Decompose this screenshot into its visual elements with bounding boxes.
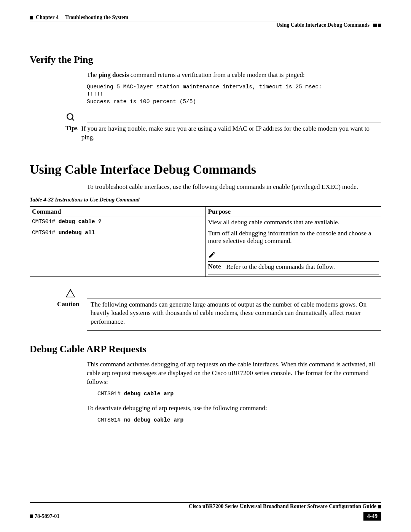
svg-marker-2 — [66, 289, 75, 297]
chapter-title: Troubleshooting the System — [65, 14, 128, 20]
paragraph: To troubleshoot cable interfaces, use th… — [87, 183, 381, 192]
tip-admonition: Tips If you are having trouble, make sur… — [65, 112, 381, 146]
tip-label: Tips — [65, 125, 81, 132]
code-output: Queueing 5 MAC-layer station maintenance… — [87, 83, 381, 106]
col-header-command: Command — [30, 206, 206, 217]
guide-title: Cisco uBR7200 Series Universal Broadband… — [189, 503, 376, 510]
table-header-row: Command Purpose — [30, 206, 381, 217]
timesaver-icon — [65, 112, 87, 122]
command-text: debug cable ? — [59, 219, 102, 225]
paragraph: This command activates debugging of arp … — [87, 360, 381, 387]
running-header: Chapter 4 Troubleshooting the System — [30, 14, 381, 21]
doc-number: 78-5897-01 — [35, 513, 59, 519]
section-heading-debug-commands: Using Cable Interface Debug Commands — [30, 162, 381, 177]
inline-command: ping docsis — [99, 71, 129, 78]
pencil-icon — [208, 251, 379, 260]
note-label: Note — [208, 263, 226, 271]
caution-admonition: Caution The following commands can gener… — [57, 289, 381, 331]
section-heading-debug-arp: Debug Cable ARP Requests — [30, 343, 381, 355]
note-text: Refer to the debug commands that follow. — [226, 263, 379, 271]
purpose-cell: Turn off all debugging information to th… — [206, 228, 381, 277]
table-caption: Table 4-32 Instructions to Use Debug Com… — [30, 197, 381, 203]
page-number: 4-49 — [363, 512, 382, 521]
prompt: CMTS01# — [32, 219, 59, 225]
tip-text: If you are having trouble, make sure you… — [81, 125, 381, 142]
prompt: CMTS01# — [32, 230, 59, 236]
table-row: CMTS01# undebug all Turn off all debuggi… — [30, 228, 381, 277]
note-admonition: Note Refer to the debug commands that fo… — [208, 251, 379, 275]
footer-square-icon — [30, 514, 33, 518]
chapter-prefix: Chapter 4 — [36, 14, 59, 20]
footer-square-icon — [378, 505, 381, 508]
running-subheader: Using Cable Interface Debug Commands — [30, 21, 381, 28]
subheader-square-icon — [378, 24, 381, 27]
paragraph: To deactivate debugging of arp requests,… — [87, 404, 381, 413]
table-row: CMTS01# debug cable ? View all debug cab… — [30, 217, 381, 228]
caution-label: Caution — [57, 300, 91, 308]
svg-point-0 — [67, 113, 73, 119]
header-square-icon — [30, 16, 33, 19]
debug-command-table: Command Purpose CMTS01# debug cable ? Vi… — [30, 206, 381, 277]
section-heading-verify-ping: Verify the Ping — [30, 54, 381, 66]
page-footer: Cisco uBR7200 Series Universal Broadband… — [30, 502, 381, 521]
paragraph: The ping docsis command returns a verifi… — [87, 71, 381, 80]
code-command: CMTS01# debug cable arp — [97, 390, 381, 398]
caution-text: The following commands can generate larg… — [91, 300, 381, 327]
svg-line-1 — [72, 118, 74, 120]
col-header-purpose: Purpose — [206, 206, 381, 217]
caution-icon — [65, 289, 87, 298]
subheader-square-icon — [373, 24, 377, 27]
section-name: Using Cable Interface Debug Commands — [276, 22, 370, 28]
command-text: undebug all — [59, 230, 95, 236]
purpose-cell: View all debug cable commands that are a… — [206, 217, 381, 228]
code-command: CMTS01# no debug cable arp — [97, 417, 381, 424]
